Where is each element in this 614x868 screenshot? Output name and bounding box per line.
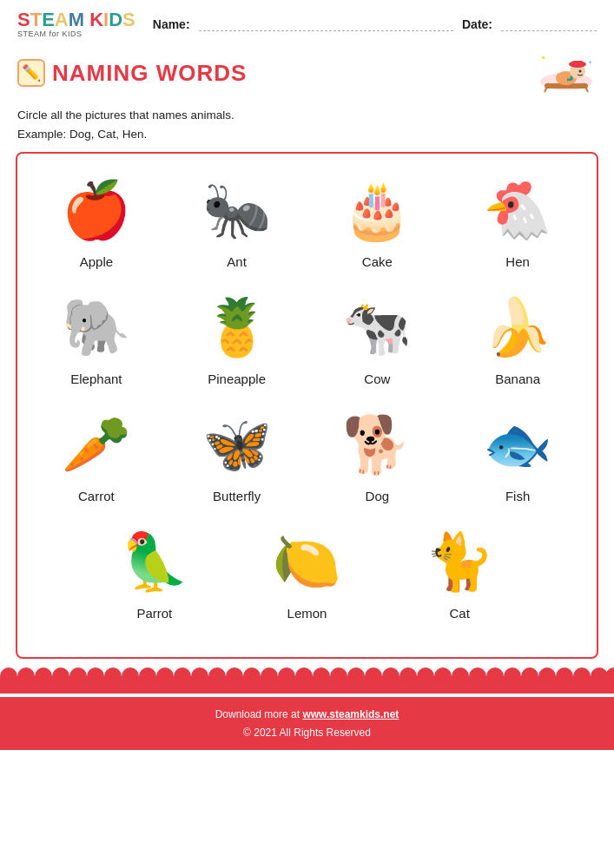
lemon-label: Lemon (287, 606, 327, 621)
page-title: NAMING WORDS (52, 60, 247, 87)
footer-url: www.steamkids.net (302, 708, 399, 720)
grid-item-elephant: 🐘Elephant (40, 288, 153, 386)
pencil-icon: ✏️ (17, 59, 45, 87)
grid-item-carrot: 🥕Carrot (40, 405, 153, 503)
ant-image: 🐜 (198, 171, 276, 249)
svg-point-43 (521, 667, 538, 685)
svg-point-8 (579, 70, 582, 73)
svg-point-14 (17, 667, 35, 685)
grid-row-1: 🐘Elephant🍍Pineapple🐄Cow🍌Banana (26, 288, 588, 386)
copyright: © 2021 All Rights Reserved (243, 727, 371, 739)
dog-image: 🐕 (338, 405, 416, 483)
date-line (501, 17, 597, 31)
grid-item-pineapple: 🍍Pineapple (181, 288, 294, 386)
grid-item-cake: 🎂Cake (320, 171, 433, 269)
svg-point-29 (278, 667, 295, 685)
svg-point-36 (399, 667, 417, 685)
svg-rect-7 (572, 61, 583, 66)
apple-image: 🍎 (57, 171, 135, 249)
name-date-fields: Name: Date: (153, 17, 597, 31)
svg-point-15 (35, 667, 52, 685)
footer-wave-svg (0, 667, 614, 694)
fish-label: Fish (505, 489, 530, 503)
header: STEAM KIDS STEAM for KIDS Name: Date: (0, 0, 614, 43)
download-text: Download more at (215, 708, 303, 720)
cat-label: Cat (449, 606, 469, 621)
pineapple-image: 🍍 (198, 288, 276, 366)
butterfly-label: Butterfly (213, 489, 261, 503)
svg-point-18 (87, 667, 104, 685)
svg-point-30 (295, 667, 313, 685)
carrot-label: Carrot (78, 489, 115, 503)
svg-point-25 (208, 667, 226, 685)
grid-row-3: 🦜Parrot🍋Lemon🐈Cat (26, 523, 588, 621)
svg-point-16 (52, 667, 69, 685)
svg-point-41 (486, 667, 504, 685)
svg-point-21 (139, 667, 156, 685)
svg-point-45 (556, 667, 573, 685)
date-label: Date: (462, 17, 492, 31)
dog-label: Dog (366, 489, 390, 503)
svg-point-37 (417, 667, 434, 685)
grid-item-cow: 🐄Cow (320, 288, 433, 386)
footer: Download more at www.steamkids.net © 202… (0, 697, 614, 750)
grid-item-cat: 🐈Cat (403, 523, 516, 621)
parrot-label: Parrot (136, 606, 172, 621)
hen-image: 🐔 (479, 171, 557, 249)
instructions: Circle all the pictures that names anima… (0, 102, 614, 152)
parrot-image: 🦜 (116, 523, 194, 601)
svg-point-40 (469, 667, 486, 685)
banana-label: Banana (495, 372, 540, 386)
butterfly-image: 🦋 (198, 405, 276, 483)
instruction-line1: Circle all the pictures that names anima… (17, 106, 597, 125)
grid-row-2: 🥕Carrot🦋Butterfly🐕Dog🐟Fish (26, 405, 588, 503)
grid-item-parrot: 🦜Parrot (98, 523, 211, 621)
cow-label: Cow (364, 372, 390, 386)
svg-point-31 (313, 667, 330, 685)
grid-item-ant: 🐜Ant (181, 171, 294, 269)
svg-point-17 (69, 667, 87, 685)
logo-sub: STEAM for KIDS (17, 30, 83, 38)
svg-point-19 (104, 667, 122, 685)
grid-item-fish: 🐟Fish (461, 405, 574, 503)
svg-point-26 (226, 667, 243, 685)
elephant-image: 🐘 (57, 288, 135, 366)
svg-point-28 (261, 667, 278, 685)
cat-image: 🐈 (420, 523, 498, 601)
svg-point-42 (504, 667, 521, 685)
title-section: ✏️ NAMING WORDS ★ ✦ (0, 43, 614, 102)
svg-point-20 (122, 667, 139, 685)
grid-item-hen: 🐔Hen (461, 171, 574, 269)
footer-text: Download more at www.steamkids.net © 202… (17, 706, 597, 741)
cake-label: Cake (362, 254, 393, 269)
svg-text:★: ★ (540, 54, 546, 62)
logo: STEAM KIDS STEAM for KIDS (17, 10, 135, 38)
lemon-image: 🍋 (267, 523, 346, 601)
fish-image: 🐟 (479, 405, 557, 483)
svg-point-38 (434, 667, 452, 685)
grid-item-butterfly: 🦋Butterfly (181, 405, 294, 503)
hen-label: Hen (505, 254, 530, 269)
apple-label: Apple (80, 254, 113, 269)
main-box: 🍎Apple🐜Ant🎂Cake🐔Hen🐘Elephant🍍Pineapple🐄C… (16, 152, 598, 659)
svg-point-33 (347, 667, 365, 685)
decoration-image: ★ ✦ (536, 47, 597, 99)
grid-item-dog: 🐕Dog (320, 405, 433, 503)
svg-point-39 (452, 667, 469, 685)
svg-point-13 (0, 667, 17, 685)
grid-item-apple: 🍎Apple (40, 171, 153, 269)
name-label: Name: (153, 17, 190, 31)
cake-image: 🎂 (338, 171, 416, 249)
name-line (199, 17, 453, 31)
svg-point-23 (174, 667, 191, 685)
cow-image: 🐄 (338, 288, 416, 366)
carrot-image: 🥕 (57, 405, 135, 483)
grid-row-0: 🍎Apple🐜Ant🎂Cake🐔Hen (26, 171, 588, 269)
svg-point-27 (243, 667, 261, 685)
ant-label: Ant (227, 254, 247, 269)
svg-point-44 (538, 667, 556, 685)
elephant-label: Elephant (70, 372, 122, 386)
footer-wrapper: Download more at www.steamkids.net © 202… (0, 667, 614, 750)
svg-point-46 (573, 667, 591, 685)
instruction-line2: Example: Dog, Cat, Hen. (17, 125, 597, 144)
